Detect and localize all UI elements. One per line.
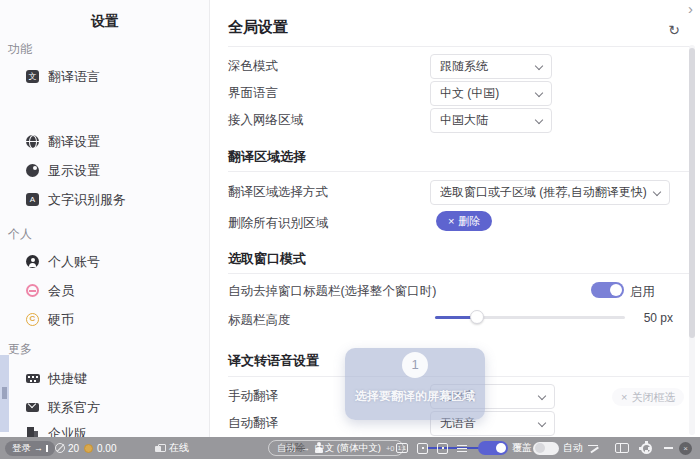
close-icon: × — [679, 442, 692, 455]
frame-select-button-2[interactable] — [437, 437, 448, 459]
quota-indicator: 20 — [55, 437, 79, 459]
divider — [228, 273, 690, 274]
sidebar-section-more: 更多 — [8, 341, 32, 358]
sidebar-item-member[interactable]: 会员 — [7, 278, 187, 304]
settings-button[interactable] — [641, 437, 652, 459]
sidebar-item-contact[interactable]: 联系官方 — [7, 395, 187, 421]
delete-regions-label: 删除所有识别区域 — [228, 215, 328, 232]
list-button[interactable] — [457, 437, 467, 459]
guide-overlay-card: 1 选择要翻译的屏幕区域 — [345, 348, 485, 420]
sidebar-item-translate-language[interactable]: 文 翻译语言 — [7, 64, 187, 90]
target-language: 中文 (简体中文) — [315, 442, 381, 455]
list-icon — [457, 444, 467, 453]
globe-icon — [26, 135, 39, 148]
sidebar-item-label: 翻译语言 — [48, 68, 100, 86]
guide-step-text: 选择要翻译的屏幕区域 — [345, 388, 485, 405]
scrollbar-track[interactable] — [689, 45, 695, 435]
sidebar-item-label: 硬币 — [48, 311, 74, 329]
language-extra-badge: +0 — [386, 444, 395, 453]
network-region-select[interactable]: 中国大陆 — [430, 108, 552, 133]
region-method-select[interactable]: 选取窗口或子区域 (推荐,自动翻译更快) — [430, 180, 670, 205]
balance-value: 0.00 — [97, 443, 116, 454]
ui-language-select[interactable]: 中文 (中国) — [430, 81, 552, 106]
network-region-value: 中国大陆 — [440, 112, 488, 129]
refresh-icon[interactable]: ↻ — [668, 22, 680, 38]
chevron-down-icon — [653, 188, 661, 196]
edge-overlay-strip — [0, 355, 9, 432]
online-status: 在线 — [155, 437, 189, 459]
sidebar-item-label: 翻译设置 — [48, 133, 100, 151]
minimize-icon — [664, 447, 673, 449]
sidebar-item-label: 快捷键 — [48, 370, 87, 388]
panel-button[interactable] — [615, 437, 629, 459]
login-button[interactable]: 登录 → — [5, 441, 55, 456]
chevron-down-icon — [535, 89, 543, 97]
opacity-slider[interactable] — [428, 447, 480, 449]
frame-select-button[interactable] — [417, 437, 428, 459]
sidebar-item-ocr-service[interactable]: A 文字识别服务 — [7, 187, 187, 213]
slider-thumb[interactable] — [470, 310, 484, 324]
titlebar-height-slider[interactable] — [435, 316, 625, 319]
sidebar-item-coins[interactable]: C 硬币 — [7, 307, 187, 333]
language-pair-selector[interactable]: 自动 → 中文 (简体中文) +0 — [268, 440, 404, 456]
chevron-down-icon — [535, 62, 543, 70]
auto-toggle-label-wrap: 自动 — [563, 437, 583, 459]
titlebar-height-label: 标题栏高度 — [228, 312, 291, 329]
titlebar-remove-toggle[interactable] — [591, 282, 624, 298]
region-method-value: 选取窗口或子区域 (推荐,自动翻译更快) — [440, 184, 647, 201]
sidebar-item-shortcuts[interactable]: 快捷键 — [7, 366, 187, 392]
panel-icon — [615, 443, 629, 453]
ocr-icon: A — [26, 193, 39, 206]
login-label: 登录 — [12, 442, 31, 455]
dark-mode-label: 深色模式 — [228, 58, 278, 75]
titlebar-remove-label: 自动去掉窗口标题栏(选择整个窗口时) — [228, 283, 436, 300]
balance-indicator: 0.00 — [84, 437, 116, 459]
translate-language-icon: 文 — [26, 70, 39, 83]
dark-mode-select[interactable]: 跟随系统 — [430, 54, 552, 79]
divider — [228, 171, 690, 172]
titlebar-height-value: 50 px — [625, 311, 673, 325]
chevron-down-icon — [538, 392, 546, 400]
sidebar: 设置 功能 文 翻译语言 全局设置 翻译设置 显示设置 A 文字识别服务 个人 … — [0, 0, 210, 459]
close-selection-button[interactable]: × 关闭框选 — [612, 388, 684, 406]
source-language: 自动 — [277, 442, 296, 455]
ui-language-value: 中文 (中国) — [440, 85, 499, 102]
chevron-down-icon — [535, 116, 543, 124]
toggle-state-label: 启用 — [630, 284, 655, 301]
minimize-button[interactable] — [664, 437, 673, 459]
frame-icon — [417, 443, 428, 454]
delete-button[interactable]: × 删除 — [436, 211, 492, 231]
sidebar-item-label: 会员 — [48, 282, 74, 300]
compose-button[interactable] — [588, 437, 599, 459]
region-method-label: 翻译区域选择方式 — [228, 184, 328, 201]
gear-icon — [641, 443, 652, 454]
sidebar-item-label: 文字识别服务 — [48, 191, 126, 209]
sidebar-item-account[interactable]: 个人账号 — [7, 249, 187, 275]
page-title: 全局设置 — [228, 18, 288, 37]
ratio-icon: 1:1 — [396, 443, 408, 453]
close-button[interactable]: × — [679, 437, 692, 459]
sidebar-item-label: 个人账号 — [48, 253, 100, 271]
overlay-toggle-label-wrap: 覆盖 — [512, 437, 532, 459]
divider — [228, 46, 690, 47]
chevron-right-icon[interactable]: › — [688, 0, 693, 17]
quota-value: 20 — [68, 443, 79, 454]
network-region-label: 接入网络区域 — [228, 112, 303, 129]
chevron-down-icon — [538, 419, 546, 427]
sidebar-section-personal: 个人 — [8, 226, 32, 243]
mail-icon — [26, 403, 39, 412]
scrollbar-thumb[interactable] — [689, 48, 695, 338]
sidebar-item-display-settings[interactable]: 显示设置 — [7, 158, 187, 184]
member-icon — [26, 284, 39, 297]
quota-icon — [55, 443, 65, 453]
sidebar-item-translate-settings[interactable]: 翻译设置 — [7, 129, 187, 155]
login-arrow-icon: → — [34, 443, 43, 453]
account-icon — [26, 255, 39, 268]
sidebar-item-label: 显示设置 — [48, 162, 100, 180]
app-window: 设置 功能 文 翻译语言 全局设置 翻译设置 显示设置 A 文字识别服务 个人 … — [0, 0, 700, 459]
ratio-button[interactable]: 1:1 — [396, 437, 408, 459]
overlay-toggle[interactable] — [478, 441, 508, 455]
section-title-tts: 译文转语音设置 — [228, 352, 319, 370]
auto-toggle[interactable] — [533, 442, 559, 455]
close-selection-label: 关闭框选 — [631, 390, 675, 405]
